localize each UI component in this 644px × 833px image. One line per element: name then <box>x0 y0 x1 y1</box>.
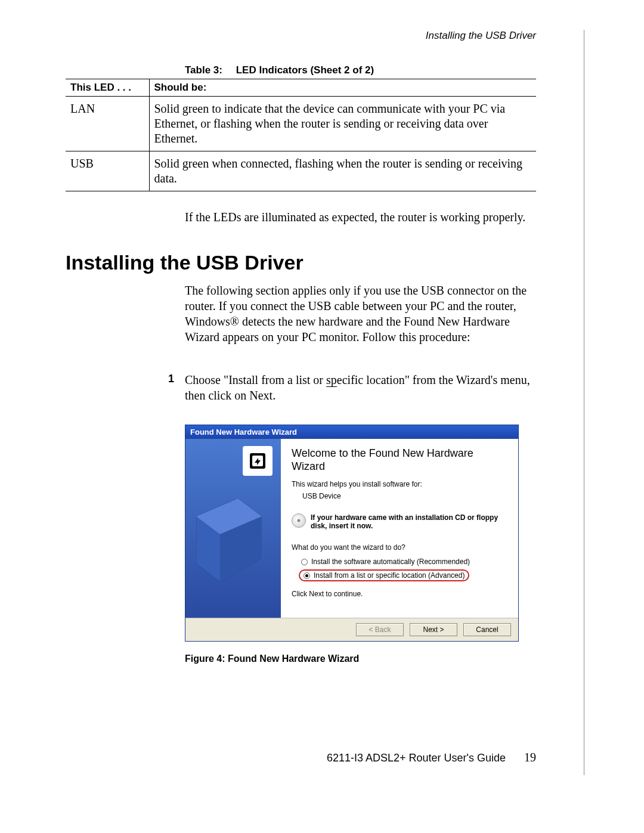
wizard-heading: Welcome to the Found New Hardware Wizard <box>292 447 507 473</box>
radio-icon <box>304 572 310 579</box>
cell-desc: Solid green to indicate that the device … <box>149 97 536 151</box>
step-text-spec: sp <box>326 373 337 387</box>
cd-icon <box>292 513 306 528</box>
wizard-options: Install the software automatically (Reco… <box>299 556 507 581</box>
wizard-cd-note: If your hardware came with an installati… <box>292 513 507 530</box>
wizard-option-specific-label: Install from a list or specific location… <box>314 571 465 580</box>
page-footer: 6211-I3 ADSL2+ Router User's Guide 19 <box>327 751 536 764</box>
radio-icon <box>301 559 308 565</box>
table-caption-title: LED Indicators (Sheet 2 of 2) <box>236 64 374 76</box>
table-caption-label: Table 3: <box>185 64 222 76</box>
wizard-device: USB Device <box>302 492 507 500</box>
table-row: LAN Solid green to indicate that the dev… <box>66 97 536 151</box>
section-paragraph: The following section applies only if yo… <box>185 283 536 345</box>
step-text-a: Choose "Install from a list or <box>185 373 326 386</box>
wizard-click-next: Click Next to continue. <box>292 590 507 598</box>
wizard-question: What do you want the wizard to do? <box>292 543 507 552</box>
step-number: 1 <box>168 372 174 386</box>
led-table: This LED . . . Should be: LAN Solid gree… <box>66 79 536 191</box>
wizard-cd-text: If your hardware came with an installati… <box>311 513 507 530</box>
wizard-sidebar <box>185 439 281 618</box>
th-shouldbe: Should be: <box>149 79 536 97</box>
table-caption: Table 3: LED Indicators (Sheet 2 of 2) <box>185 64 536 76</box>
after-table-paragraph: If the LEDs are illuminated as expected,… <box>185 209 536 225</box>
wizard-titlebar: Found New Hardware Wizard <box>185 425 518 439</box>
table-row: USB Solid green when connected, flashing… <box>66 151 536 191</box>
running-head: Installing the USB Driver <box>66 30 536 42</box>
wizard-body: Welcome to the Found New Hardware Wizard… <box>185 439 518 618</box>
section-heading: Installing the USB Driver <box>66 251 536 274</box>
wizard-dialog: Found New Hardware Wizard Welcome to <box>185 425 519 642</box>
cell-led: LAN <box>66 97 149 151</box>
figure-caption: Figure 4: Found New Hardware Wizard <box>185 654 536 664</box>
wizard-intro: This wizard helps you install software f… <box>292 480 507 488</box>
cancel-button[interactable]: Cancel <box>463 623 511 636</box>
footer-doc-title: 6211-I3 ADSL2+ Router User's Guide <box>327 752 506 764</box>
sidebar-graphic <box>196 498 262 582</box>
wizard-option-auto-label: Install the software automatically (Reco… <box>311 558 470 566</box>
wizard-main: Welcome to the Found New Hardware Wizard… <box>281 439 518 618</box>
wizard-option-auto[interactable]: Install the software automatically (Reco… <box>299 556 507 567</box>
hardware-icon <box>243 446 273 476</box>
cell-led: USB <box>66 151 149 191</box>
next-button[interactable]: Next > <box>410 623 457 636</box>
footer-page-number: 19 <box>524 751 536 764</box>
cell-desc: Solid green when connected, flashing whe… <box>149 151 536 191</box>
step-1: 1 Choose "Install from a list or specifi… <box>185 372 536 403</box>
th-led: This LED . . . <box>66 79 149 97</box>
wizard-button-row: < Back Next > Cancel <box>185 618 518 641</box>
back-button: < Back <box>356 623 404 636</box>
wizard-option-specific[interactable]: Install from a list or specific location… <box>299 569 469 581</box>
